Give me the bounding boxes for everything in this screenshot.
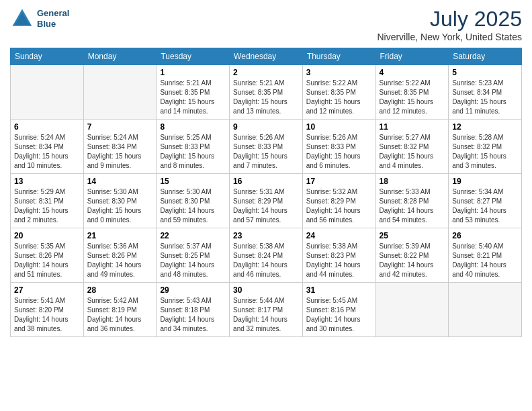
calendar-week-row: 6Sunrise: 5:24 AM Sunset: 8:34 PM Daylig… — [11, 120, 522, 174]
table-row: 12Sunrise: 5:28 AM Sunset: 8:32 PM Dayli… — [449, 120, 522, 174]
table-row: 26Sunrise: 5:40 AM Sunset: 8:21 PM Dayli… — [449, 228, 522, 283]
day-info: Sunrise: 5:34 AM Sunset: 8:27 PM Dayligh… — [452, 187, 518, 225]
day-number: 24 — [306, 231, 372, 240]
day-info: Sunrise: 5:31 AM Sunset: 8:29 PM Dayligh… — [233, 187, 299, 225]
table-row: 4Sunrise: 5:22 AM Sunset: 8:35 PM Daylig… — [375, 65, 449, 120]
day-info: Sunrise: 5:29 AM Sunset: 8:31 PM Dayligh… — [14, 187, 80, 225]
table-row: 11Sunrise: 5:27 AM Sunset: 8:32 PM Dayli… — [375, 120, 449, 174]
day-info: Sunrise: 5:36 AM Sunset: 8:26 PM Dayligh… — [87, 242, 153, 279]
table-row: 20Sunrise: 5:35 AM Sunset: 8:26 PM Dayli… — [11, 228, 84, 283]
day-number: 8 — [160, 122, 226, 132]
logo-line2: Blue — [37, 19, 69, 30]
table-row: 29Sunrise: 5:43 AM Sunset: 8:18 PM Dayli… — [157, 283, 230, 337]
calendar-week-row: 1Sunrise: 5:21 AM Sunset: 8:35 PM Daylig… — [11, 65, 522, 120]
header-saturday: Saturday — [449, 48, 522, 65]
table-row: 7Sunrise: 5:24 AM Sunset: 8:34 PM Daylig… — [83, 120, 157, 174]
page: General Blue July 2025 Niverville, New Y… — [0, 0, 532, 411]
logo-line1: General — [37, 8, 69, 19]
day-info: Sunrise: 5:37 AM Sunset: 8:25 PM Dayligh… — [160, 242, 226, 279]
day-info: Sunrise: 5:38 AM Sunset: 8:24 PM Dayligh… — [233, 242, 299, 279]
day-number: 14 — [87, 177, 153, 186]
day-info: Sunrise: 5:26 AM Sunset: 8:33 PM Dayligh… — [306, 133, 372, 171]
day-number: 9 — [233, 122, 299, 132]
day-number: 13 — [14, 177, 80, 186]
day-info: Sunrise: 5:30 AM Sunset: 8:30 PM Dayligh… — [87, 187, 153, 225]
day-number: 19 — [452, 177, 518, 186]
table-row: 1Sunrise: 5:21 AM Sunset: 8:35 PM Daylig… — [157, 65, 230, 120]
day-info: Sunrise: 5:41 AM Sunset: 8:20 PM Dayligh… — [14, 296, 80, 334]
table-row: 9Sunrise: 5:26 AM Sunset: 8:33 PM Daylig… — [230, 120, 303, 174]
day-info: Sunrise: 5:44 AM Sunset: 8:17 PM Dayligh… — [233, 296, 299, 334]
day-info: Sunrise: 5:22 AM Sunset: 8:35 PM Dayligh… — [306, 79, 372, 116]
day-info: Sunrise: 5:24 AM Sunset: 8:34 PM Dayligh… — [87, 133, 153, 171]
day-info: Sunrise: 5:23 AM Sunset: 8:34 PM Dayligh… — [452, 79, 518, 116]
day-info: Sunrise: 5:26 AM Sunset: 8:33 PM Dayligh… — [233, 133, 299, 171]
day-number: 25 — [380, 231, 445, 240]
day-number: 29 — [160, 285, 226, 295]
table-row: 19Sunrise: 5:34 AM Sunset: 8:27 PM Dayli… — [449, 174, 522, 228]
table-row: 22Sunrise: 5:37 AM Sunset: 8:25 PM Dayli… — [157, 228, 230, 283]
day-number: 11 — [380, 122, 445, 132]
day-info: Sunrise: 5:32 AM Sunset: 8:29 PM Dayligh… — [306, 187, 372, 225]
day-info: Sunrise: 5:30 AM Sunset: 8:30 PM Dayligh… — [160, 187, 226, 225]
table-row: 14Sunrise: 5:30 AM Sunset: 8:30 PM Dayli… — [83, 174, 157, 228]
day-number: 4 — [380, 68, 445, 77]
table-row: 13Sunrise: 5:29 AM Sunset: 8:31 PM Dayli… — [11, 174, 84, 228]
header: General Blue July 2025 Niverville, New Y… — [10, 7, 522, 42]
day-number: 18 — [380, 177, 445, 186]
day-info: Sunrise: 5:22 AM Sunset: 8:35 PM Dayligh… — [380, 79, 445, 116]
day-number: 1 — [160, 68, 226, 77]
day-number: 27 — [14, 285, 80, 295]
day-info: Sunrise: 5:43 AM Sunset: 8:18 PM Dayligh… — [160, 296, 226, 334]
day-number: 20 — [14, 231, 80, 240]
logo: General Blue — [10, 7, 69, 31]
header-friday: Friday — [375, 48, 449, 65]
table-row — [11, 65, 84, 120]
table-row: 15Sunrise: 5:30 AM Sunset: 8:30 PM Dayli… — [157, 174, 230, 228]
table-row: 6Sunrise: 5:24 AM Sunset: 8:34 PM Daylig… — [11, 120, 84, 174]
header-sunday: Sunday — [11, 48, 84, 65]
table-row: 10Sunrise: 5:26 AM Sunset: 8:33 PM Dayli… — [302, 120, 375, 174]
table-row — [449, 283, 522, 337]
table-row: 30Sunrise: 5:44 AM Sunset: 8:17 PM Dayli… — [230, 283, 303, 337]
location: Niverville, New York, United States — [377, 32, 522, 42]
header-monday: Monday — [83, 48, 157, 65]
day-number: 7 — [87, 122, 153, 132]
table-row: 17Sunrise: 5:32 AM Sunset: 8:29 PM Dayli… — [302, 174, 375, 228]
calendar-header-row: Sunday Monday Tuesday Wednesday Thursday… — [11, 48, 522, 65]
day-number: 2 — [233, 68, 299, 77]
table-row: 27Sunrise: 5:41 AM Sunset: 8:20 PM Dayli… — [11, 283, 84, 337]
day-number: 28 — [87, 285, 153, 295]
logo-text: General Blue — [37, 8, 69, 29]
day-number: 12 — [452, 122, 518, 132]
day-number: 16 — [233, 177, 299, 186]
day-number: 26 — [452, 231, 518, 240]
day-info: Sunrise: 5:45 AM Sunset: 8:16 PM Dayligh… — [306, 296, 372, 334]
header-tuesday: Tuesday — [157, 48, 230, 65]
day-number: 31 — [306, 285, 372, 295]
table-row — [375, 283, 449, 337]
table-row: 25Sunrise: 5:39 AM Sunset: 8:22 PM Dayli… — [375, 228, 449, 283]
header-wednesday: Wednesday — [230, 48, 303, 65]
day-number: 17 — [306, 177, 372, 186]
header-thursday: Thursday — [302, 48, 375, 65]
table-row: 23Sunrise: 5:38 AM Sunset: 8:24 PM Dayli… — [230, 228, 303, 283]
day-info: Sunrise: 5:35 AM Sunset: 8:26 PM Dayligh… — [14, 242, 80, 279]
day-info: Sunrise: 5:24 AM Sunset: 8:34 PM Dayligh… — [14, 133, 80, 171]
calendar: Sunday Monday Tuesday Wednesday Thursday… — [10, 48, 522, 337]
table-row: 2Sunrise: 5:21 AM Sunset: 8:35 PM Daylig… — [230, 65, 303, 120]
day-number: 23 — [233, 231, 299, 240]
day-info: Sunrise: 5:40 AM Sunset: 8:21 PM Dayligh… — [452, 242, 518, 279]
title-block: July 2025 Niverville, New York, United S… — [377, 7, 522, 42]
day-info: Sunrise: 5:21 AM Sunset: 8:35 PM Dayligh… — [233, 79, 299, 116]
calendar-week-row: 27Sunrise: 5:41 AM Sunset: 8:20 PM Dayli… — [11, 283, 522, 337]
table-row: 8Sunrise: 5:25 AM Sunset: 8:33 PM Daylig… — [157, 120, 230, 174]
table-row: 18Sunrise: 5:33 AM Sunset: 8:28 PM Dayli… — [375, 174, 449, 228]
table-row: 28Sunrise: 5:42 AM Sunset: 8:19 PM Dayli… — [83, 283, 157, 337]
table-row: 24Sunrise: 5:38 AM Sunset: 8:23 PM Dayli… — [302, 228, 375, 283]
day-info: Sunrise: 5:25 AM Sunset: 8:33 PM Dayligh… — [160, 133, 226, 171]
day-info: Sunrise: 5:28 AM Sunset: 8:32 PM Dayligh… — [452, 133, 518, 171]
day-number: 3 — [306, 68, 372, 77]
day-info: Sunrise: 5:39 AM Sunset: 8:22 PM Dayligh… — [380, 242, 445, 279]
month-title: July 2025 — [377, 7, 522, 32]
